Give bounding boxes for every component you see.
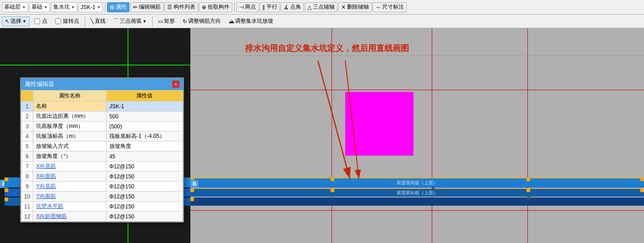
point-angle-btn[interactable]: ∡ 点角 <box>281 2 304 12</box>
row-property-value[interactable]: Φ12@150 <box>106 212 183 222</box>
row-number: 7 <box>21 162 33 172</box>
table-row: 6放坡角度（°）45 <box>21 152 183 162</box>
right-band-marker-m4 <box>526 188 530 192</box>
row-property-value[interactable]: Φ12@150 <box>106 192 183 202</box>
property-btn[interactable]: ⊞ 属性 <box>107 2 129 12</box>
dimension-icon: ↔ <box>375 4 381 10</box>
row-number: 12 <box>21 212 33 222</box>
red-vline-2 <box>432 28 432 243</box>
rotate-point-btn[interactable]: 旋转点 <box>52 16 82 26</box>
point-btn[interactable]: 点 <box>31 16 51 26</box>
row-property-name: 放坡输入方式 <box>33 142 107 152</box>
row-property-name[interactable]: X向斜面钢筋 <box>33 212 107 222</box>
row-property-name[interactable]: 坑壁水平筋 <box>33 202 107 212</box>
adjust-rebar-dir-btn[interactable]: ↻ 调整钢筋方向 <box>179 16 224 26</box>
adjust-rebar-icon: ↻ <box>183 18 187 25</box>
point-label: 点 <box>42 17 47 25</box>
pit-dropdown[interactable]: 集水坑 ▼ <box>51 2 77 12</box>
pick-label: 拾取构件 <box>208 3 230 11</box>
two-point-label: 两点 <box>245 3 256 11</box>
sep2 <box>234 2 235 12</box>
row-property-name[interactable]: X向底筋 <box>33 162 107 172</box>
magenta-box-1 <box>345 92 414 156</box>
col-num <box>21 91 33 101</box>
rotate-checkbox[interactable] <box>55 18 61 24</box>
table-row: 7X向底筋Φ12@150 <box>21 162 183 172</box>
pick-component-btn[interactable]: ⊕ 拾取构件 <box>199 2 232 12</box>
property-dialog: 属性编辑器 × 属性名称 属性值 1名称JSK-12坑底出边距离（mm）5003… <box>20 77 184 223</box>
foundation-dropdown[interactable]: 基础 ▼ <box>29 2 50 12</box>
annotation-text: 排水沟用自定义集水坑定义，然后用直线画图 <box>245 43 409 54</box>
parallel-btn[interactable]: ∥ 平行 <box>260 2 280 12</box>
dimension-btn[interactable]: ↔ 尺寸标注 <box>373 2 407 12</box>
row-number: 9 <box>21 182 33 192</box>
rect-icon: ▭ <box>158 18 163 25</box>
main-area: B 双层双向筋（上层） 双层双向筋（上层） 属性编辑器 × 属性名称 <box>0 28 644 243</box>
adjust-pit-slope-btn[interactable]: ⛰ 调整集水坑放坡 <box>225 16 276 26</box>
right-band-dark-1 <box>432 187 434 189</box>
dialog-close-btn[interactable]: × <box>172 81 179 88</box>
pit-label: 集水坑 <box>53 3 70 11</box>
row-property-value[interactable]: Φ12@150 <box>106 162 183 172</box>
row-property-value[interactable]: Φ12@150 <box>106 202 183 212</box>
row-number: 10 <box>21 192 33 202</box>
arc-icon: ⌒ <box>113 17 119 25</box>
property-tbody: 1名称JSK-12坑底出边距离（mm）5003坑底板厚度（mm）(500)4坑板… <box>21 101 183 222</box>
delete-axis-label: 删除辅轴 <box>347 3 369 11</box>
toolbar-dropdowns: 基础层 ▼ 基础 ▼ 集水坑 ▼ JSK-1 ▼ <box>2 2 103 12</box>
point-checkbox[interactable] <box>34 18 40 24</box>
table-row: 12X向斜面钢筋Φ12@150 <box>21 212 183 222</box>
parallel-label: 平行 <box>266 3 277 11</box>
row-property-value[interactable]: 500 <box>106 111 183 122</box>
right-band-marker-r1 <box>640 177 644 181</box>
property-table: 属性名称 属性值 1名称JSK-12坑底出边距离（mm）5003坑底板厚度（mm… <box>21 90 183 222</box>
right-blue-band-3 <box>190 197 644 206</box>
red-vline-3 <box>527 28 528 243</box>
layer-dropdown[interactable]: 基础层 ▼ <box>2 2 28 12</box>
table-row: 5放坡输入方式放坡角度 <box>21 142 183 152</box>
row-property-name[interactable]: X向面筋 <box>33 172 107 182</box>
top-toolbar: 基础层 ▼ 基础 ▼ 集水坑 ▼ JSK-1 ▼ ⊞ 属性 ✏ 编辑钢筋 ☰ 构… <box>0 0 644 15</box>
rect-btn[interactable]: ▭ 矩形 <box>155 16 178 26</box>
two-point-btn[interactable]: ⊣ 两点 <box>236 2 259 12</box>
canvas-thin-hline <box>190 56 644 56</box>
row-property-value[interactable]: JSK-1 <box>106 101 183 111</box>
row-property-value[interactable]: (500) <box>106 122 183 132</box>
rect-label: 矩形 <box>164 17 175 25</box>
arc-btn[interactable]: ⌒ 三点画弧 ▼ <box>110 16 150 26</box>
right-blue-band-1-label: 双层双向筋（上层） <box>397 180 438 186</box>
row-property-value[interactable]: Φ12@150 <box>106 182 183 192</box>
adjust-pit-label: 调整集水坑放坡 <box>235 17 273 25</box>
delete-axis-btn[interactable]: ✕ 删除辅轴 <box>338 2 372 12</box>
select-btn[interactable]: ↖ 选择 ▼ <box>2 16 30 26</box>
row-property-value[interactable]: 45 <box>106 152 183 162</box>
arrow-svg <box>190 28 644 243</box>
annotation-content: 排水沟用自定义集水坑定义，然后用直线画图 <box>245 44 409 53</box>
row-property-value[interactable]: 放坡角度 <box>106 142 183 152</box>
two-point-icon: ⊣ <box>239 4 244 10</box>
point-angle-label: 点角 <box>290 3 301 11</box>
table-row: 10Y向面筋Φ12@150 <box>21 192 183 202</box>
right-band-marker-l2 <box>190 188 194 192</box>
line-btn[interactable]: ╲ 直线 <box>87 16 109 26</box>
three-point-axis-btn[interactable]: △ 三点辅轴 <box>305 2 337 12</box>
jsk-dropdown[interactable]: JSK-1 ▼ <box>78 2 103 12</box>
row-property-value[interactable]: Φ12@150 <box>106 172 183 182</box>
right-band-marker-l3 <box>190 197 194 201</box>
toolbar-actions: ⊞ 属性 ✏ 编辑钢筋 ☰ 构件列表 ⊕ 拾取构件 ⊣ 两点 ∥ 平行 ∡ 点角 <box>107 2 407 12</box>
canvas-hline-1 <box>0 65 190 66</box>
component-list-btn[interactable]: ☰ 构件列表 <box>164 2 198 12</box>
row-property-value[interactable]: 筏板底标高-1（-4.05） <box>106 132 183 142</box>
right-canvas: 双层双向筋（上层） 双层双向筋（上层） B 排水沟用自定义集水坑定义，然后用直线… <box>190 28 644 243</box>
row-number: 4 <box>21 132 33 142</box>
edit-rebar-btn[interactable]: ✏ 编辑钢筋 <box>130 2 164 12</box>
sep1 <box>105 2 105 12</box>
row-property-name[interactable]: Y向底筋 <box>33 182 107 192</box>
band-marker-2 <box>5 188 8 192</box>
row-property-name[interactable]: Y向面筋 <box>33 192 107 202</box>
red-vline-1 <box>332 28 332 243</box>
edit-rebar-icon: ✏ <box>133 4 138 10</box>
property-icon: ⊞ <box>110 4 114 10</box>
row-number: 1 <box>21 101 33 111</box>
left-canvas: B 双层双向筋（上层） 双层双向筋（上层） 属性编辑器 × 属性名称 <box>0 28 190 243</box>
